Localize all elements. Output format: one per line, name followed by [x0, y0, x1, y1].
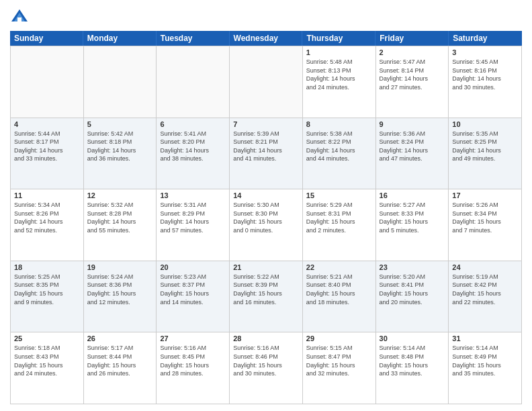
header-day-sunday: Sunday	[10, 31, 83, 46]
cell-info: Sunrise: 5:25 AM Sunset: 8:35 PM Dayligh…	[14, 273, 80, 306]
header-day-monday: Monday	[83, 31, 157, 46]
cell-info: Sunrise: 5:22 AM Sunset: 8:39 PM Dayligh…	[233, 273, 299, 306]
day-number: 31	[452, 334, 518, 342]
cell-info: Sunrise: 5:36 AM Sunset: 8:24 PM Dayligh…	[380, 130, 445, 163]
day-number: 9	[380, 120, 445, 128]
cal-cell-day-14: 14Sunrise: 5:30 AM Sunset: 8:30 PM Dayli…	[230, 189, 303, 261]
day-number: 3	[452, 48, 518, 56]
cal-cell-day-23: 23Sunrise: 5:20 AM Sunset: 8:41 PM Dayli…	[376, 261, 449, 333]
calendar: SundayMondayTuesdayWednesdayThursdayFrid…	[10, 31, 522, 404]
day-number: 27	[160, 334, 226, 342]
cell-info: Sunrise: 5:35 AM Sunset: 8:25 PM Dayligh…	[452, 130, 518, 163]
cal-cell-day-31: 31Sunrise: 5:14 AM Sunset: 8:49 PM Dayli…	[449, 332, 522, 404]
day-number: 13	[160, 191, 226, 199]
cell-info: Sunrise: 5:15 AM Sunset: 8:47 PM Dayligh…	[306, 344, 372, 377]
cell-info: Sunrise: 5:26 AM Sunset: 8:34 PM Dayligh…	[452, 201, 518, 234]
day-number: 17	[452, 191, 518, 199]
cal-cell-day-6: 6Sunrise: 5:41 AM Sunset: 8:20 PM Daylig…	[157, 118, 230, 190]
cell-info: Sunrise: 5:32 AM Sunset: 8:28 PM Dayligh…	[87, 201, 153, 234]
day-number: 16	[380, 191, 445, 199]
logo-icon	[10, 7, 29, 26]
day-number: 22	[306, 263, 372, 271]
header-day-thursday: Thursday	[302, 31, 375, 46]
calendar-body: 1Sunrise: 5:48 AM Sunset: 8:13 PM Daylig…	[10, 46, 522, 404]
cell-info: Sunrise: 5:30 AM Sunset: 8:30 PM Dayligh…	[233, 201, 299, 234]
cal-cell-day-10: 10Sunrise: 5:35 AM Sunset: 8:25 PM Dayli…	[449, 118, 522, 190]
day-number: 4	[14, 120, 80, 128]
cal-cell-day-15: 15Sunrise: 5:29 AM Sunset: 8:31 PM Dayli…	[303, 189, 376, 261]
cal-cell-day-28: 28Sunrise: 5:16 AM Sunset: 8:46 PM Dayli…	[230, 332, 303, 404]
day-number: 21	[233, 263, 299, 271]
cell-info: Sunrise: 5:20 AM Sunset: 8:41 PM Dayligh…	[380, 273, 445, 306]
day-number: 29	[306, 334, 372, 342]
cal-cell-day-29: 29Sunrise: 5:15 AM Sunset: 8:47 PM Dayli…	[303, 332, 376, 404]
day-number: 12	[87, 191, 153, 199]
cal-cell-day-13: 13Sunrise: 5:31 AM Sunset: 8:29 PM Dayli…	[157, 189, 230, 261]
day-number: 5	[87, 120, 153, 128]
cell-info: Sunrise: 5:41 AM Sunset: 8:20 PM Dayligh…	[160, 130, 226, 163]
cell-info: Sunrise: 5:45 AM Sunset: 8:16 PM Dayligh…	[452, 58, 518, 91]
day-number: 28	[233, 334, 299, 342]
svg-rect-2	[17, 17, 21, 21]
cal-cell-day-9: 9Sunrise: 5:36 AM Sunset: 8:24 PM Daylig…	[376, 118, 449, 190]
cell-info: Sunrise: 5:24 AM Sunset: 8:36 PM Dayligh…	[87, 273, 153, 306]
header	[10, 7, 522, 26]
cell-info: Sunrise: 5:17 AM Sunset: 8:44 PM Dayligh…	[87, 344, 153, 377]
cell-info: Sunrise: 5:38 AM Sunset: 8:22 PM Dayligh…	[306, 130, 372, 163]
day-number: 11	[14, 191, 80, 199]
day-number: 2	[380, 48, 445, 56]
cal-cell-day-5: 5Sunrise: 5:42 AM Sunset: 8:18 PM Daylig…	[84, 118, 157, 190]
cell-info: Sunrise: 5:47 AM Sunset: 8:14 PM Dayligh…	[380, 58, 445, 91]
cell-info: Sunrise: 5:31 AM Sunset: 8:29 PM Dayligh…	[160, 201, 226, 234]
cell-info: Sunrise: 5:18 AM Sunset: 8:43 PM Dayligh…	[14, 344, 80, 377]
day-number: 7	[233, 120, 299, 128]
cal-cell-day-21: 21Sunrise: 5:22 AM Sunset: 8:39 PM Dayli…	[230, 261, 303, 333]
cal-cell-day-19: 19Sunrise: 5:24 AM Sunset: 8:36 PM Dayli…	[84, 261, 157, 333]
cal-cell-empty	[230, 46, 303, 118]
day-number: 1	[306, 48, 372, 56]
cal-cell-empty	[84, 46, 157, 118]
cal-cell-day-25: 25Sunrise: 5:18 AM Sunset: 8:43 PM Dayli…	[11, 332, 84, 404]
cell-info: Sunrise: 5:27 AM Sunset: 8:33 PM Dayligh…	[380, 201, 445, 234]
day-number: 15	[306, 191, 372, 199]
cal-cell-day-20: 20Sunrise: 5:23 AM Sunset: 8:37 PM Dayli…	[157, 261, 230, 333]
cal-cell-day-30: 30Sunrise: 5:14 AM Sunset: 8:48 PM Dayli…	[376, 332, 449, 404]
cal-cell-day-3: 3Sunrise: 5:45 AM Sunset: 8:16 PM Daylig…	[449, 46, 522, 118]
day-number: 30	[380, 334, 445, 342]
cell-info: Sunrise: 5:19 AM Sunset: 8:42 PM Dayligh…	[452, 273, 518, 306]
cell-info: Sunrise: 5:48 AM Sunset: 8:13 PM Dayligh…	[306, 58, 372, 91]
header-day-saturday: Saturday	[449, 31, 522, 46]
calendar-header: SundayMondayTuesdayWednesdayThursdayFrid…	[10, 31, 522, 46]
cal-cell-day-27: 27Sunrise: 5:16 AM Sunset: 8:45 PM Dayli…	[157, 332, 230, 404]
cal-cell-day-2: 2Sunrise: 5:47 AM Sunset: 8:14 PM Daylig…	[376, 46, 449, 118]
day-number: 6	[160, 120, 226, 128]
page: SundayMondayTuesdayWednesdayThursdayFrid…	[0, 0, 532, 411]
cell-info: Sunrise: 5:29 AM Sunset: 8:31 PM Dayligh…	[306, 201, 372, 234]
day-number: 24	[452, 263, 518, 271]
cal-cell-day-11: 11Sunrise: 5:34 AM Sunset: 8:26 PM Dayli…	[11, 189, 84, 261]
cell-info: Sunrise: 5:23 AM Sunset: 8:37 PM Dayligh…	[160, 273, 226, 306]
cell-info: Sunrise: 5:14 AM Sunset: 8:48 PM Dayligh…	[380, 344, 445, 377]
header-day-friday: Friday	[375, 31, 449, 46]
day-number: 20	[160, 263, 226, 271]
cal-cell-empty	[157, 46, 230, 118]
cal-cell-day-1: 1Sunrise: 5:48 AM Sunset: 8:13 PM Daylig…	[303, 46, 376, 118]
logo	[10, 7, 32, 26]
cal-cell-day-16: 16Sunrise: 5:27 AM Sunset: 8:33 PM Dayli…	[376, 189, 449, 261]
day-number: 23	[380, 263, 445, 271]
cal-cell-day-26: 26Sunrise: 5:17 AM Sunset: 8:44 PM Dayli…	[84, 332, 157, 404]
cal-cell-day-8: 8Sunrise: 5:38 AM Sunset: 8:22 PM Daylig…	[303, 118, 376, 190]
cell-info: Sunrise: 5:16 AM Sunset: 8:45 PM Dayligh…	[160, 344, 226, 377]
cal-cell-day-18: 18Sunrise: 5:25 AM Sunset: 8:35 PM Dayli…	[11, 261, 84, 333]
cal-cell-day-22: 22Sunrise: 5:21 AM Sunset: 8:40 PM Dayli…	[303, 261, 376, 333]
header-day-wednesday: Wednesday	[230, 31, 303, 46]
day-number: 8	[306, 120, 372, 128]
cal-cell-empty	[11, 46, 84, 118]
cell-info: Sunrise: 5:16 AM Sunset: 8:46 PM Dayligh…	[233, 344, 299, 377]
day-number: 19	[87, 263, 153, 271]
cal-cell-day-7: 7Sunrise: 5:39 AM Sunset: 8:21 PM Daylig…	[230, 118, 303, 190]
cal-cell-day-24: 24Sunrise: 5:19 AM Sunset: 8:42 PM Dayli…	[449, 261, 522, 333]
cal-cell-day-12: 12Sunrise: 5:32 AM Sunset: 8:28 PM Dayli…	[84, 189, 157, 261]
cell-info: Sunrise: 5:14 AM Sunset: 8:49 PM Dayligh…	[452, 344, 518, 377]
day-number: 18	[14, 263, 80, 271]
